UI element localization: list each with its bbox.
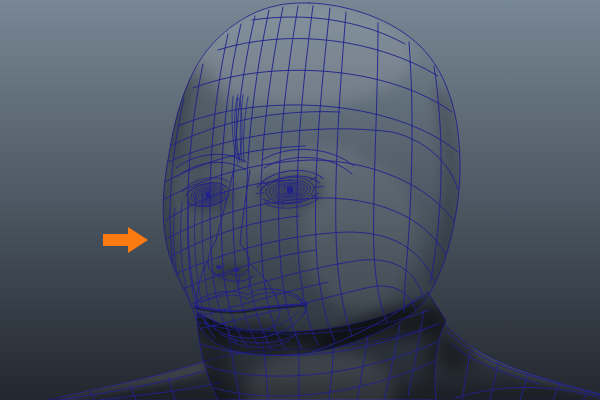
maya-viewport[interactable] (0, 0, 600, 400)
viewport-canvas[interactable] (0, 0, 600, 400)
